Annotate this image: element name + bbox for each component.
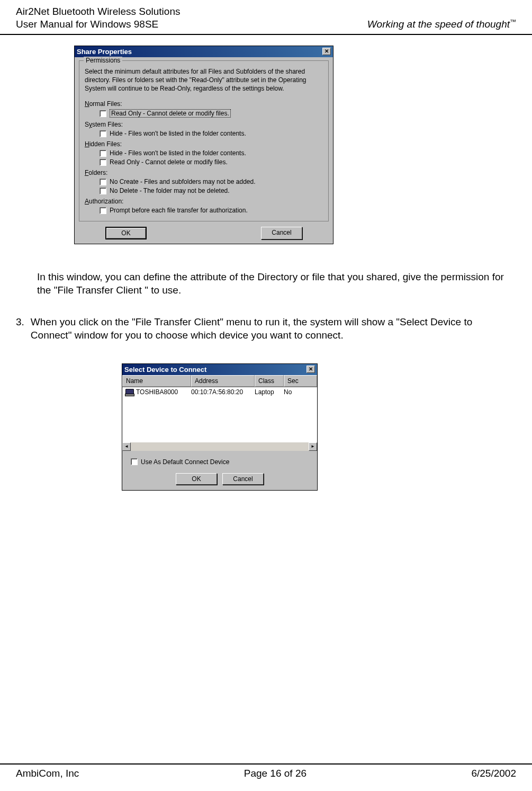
default-device-label: Use As Default Connect Device — [141, 458, 229, 466]
hidden-readonly-row: Read Only - Cannot delete or modify file… — [100, 158, 323, 166]
folders-nodelete-row: No Delete - The folder may not be delete… — [100, 187, 323, 194]
system-hide-row: Hide - Files won't be listed in the fold… — [100, 130, 323, 137]
system-hide-label: Hide - Files won't be listed in the fold… — [110, 130, 246, 137]
device-name: TOSHIBA8000 — [136, 388, 178, 396]
folders-nodelete-checkbox[interactable] — [100, 188, 106, 194]
col-sec[interactable]: Sec — [284, 375, 317, 387]
dialog-buttons: OK Cancel — [79, 227, 329, 239]
device-class: Laptop — [255, 388, 284, 396]
scroll-right-icon[interactable]: ► — [309, 442, 317, 451]
list-number: 3. — [16, 316, 24, 342]
default-device-row: Use As Default Connect Device — [131, 458, 312, 466]
auth-prompt-row: Prompt before each file transfer for aut… — [100, 207, 323, 214]
col-address[interactable]: Address — [191, 375, 255, 387]
footer-center: Page 16 of 26 — [244, 768, 306, 779]
dialog-body: Permissions Select the minimum default a… — [75, 57, 333, 244]
select-device-dialog: Select Device to Connect ✕ Name Address … — [122, 363, 318, 491]
device-list: Name Address Class Sec TOSHIBA8000 00:10… — [122, 375, 317, 451]
close-icon[interactable]: ✕ — [322, 48, 331, 55]
page-header: Air2Net Bluetooth Wireless Solutions Use… — [0, 0, 532, 35]
laptop-icon — [125, 389, 134, 395]
device-address: 00:10:7A:56:80:20 — [191, 388, 255, 396]
permissions-groupbox: Permissions Select the minimum default a… — [79, 60, 329, 222]
auth-prompt-checkbox[interactable] — [100, 207, 106, 214]
hidden-hide-checkbox[interactable] — [100, 150, 106, 157]
scroll-left-icon[interactable]: ◄ — [122, 442, 131, 451]
hidden-readonly-checkbox[interactable] — [100, 159, 106, 166]
paragraph-2-row: 3. When you click on the "File Transfer … — [16, 316, 516, 342]
dialog2-lower: Use As Default Connect Device OK Cancel — [122, 451, 317, 490]
close-icon[interactable]: ✕ — [306, 366, 315, 373]
folders-nodelete-label: No Delete - The folder may not be delete… — [110, 187, 230, 194]
cancel-button[interactable]: Cancel — [222, 473, 264, 485]
hidden-readonly-label: Read Only - Cannot delete or modify file… — [110, 158, 228, 166]
header-left: Air2Net Bluetooth Wireless Solutions Use… — [16, 5, 180, 31]
folders-nocreate-row: No Create - Files and subfolders may not… — [100, 178, 323, 185]
header-title-1: Air2Net Bluetooth Wireless Solutions — [16, 5, 180, 18]
system-files-label: System Files: — [85, 121, 323, 128]
share-properties-dialog: Share Properties ✕ Permissions Select th… — [74, 46, 333, 245]
dialog-titlebar: Share Properties ✕ — [75, 46, 333, 57]
ok-button[interactable]: OK — [105, 227, 147, 239]
page-footer: AmbiCom, Inc Page 16 of 26 6/25/2002 — [0, 763, 532, 779]
list-header: Name Address Class Sec — [122, 375, 317, 387]
device-sec: No — [284, 388, 317, 396]
col-class[interactable]: Class — [255, 375, 284, 387]
device-row[interactable]: TOSHIBA8000 00:10:7A:56:80:20 Laptop No — [122, 387, 317, 397]
normal-readonly-checkbox[interactable] — [100, 110, 106, 117]
ok-button[interactable]: OK — [176, 473, 217, 485]
authorization-label: Authorization: — [85, 198, 323, 205]
header-right: Working at the speed of thought™ — [367, 18, 516, 30]
normal-readonly-label: Read Only - Cannot delete or modify file… — [110, 109, 231, 118]
hidden-files-label: Hidden Files: — [85, 140, 323, 148]
header-title-2: User Manual for Windows 98SE — [16, 18, 180, 31]
dialog-title: Share Properties — [77, 48, 132, 56]
cancel-button[interactable]: Cancel — [261, 227, 302, 239]
paragraph-1: In this window, you can define the attri… — [37, 271, 516, 297]
default-device-checkbox[interactable] — [131, 458, 138, 465]
auth-prompt-label: Prompt before each file transfer for aut… — [110, 207, 248, 214]
dialog2-title: Select Device to Connect — [124, 366, 206, 374]
horizontal-scrollbar[interactable]: ◄ ► — [122, 442, 317, 451]
permissions-description: Select the minimum default attributes fo… — [85, 67, 323, 93]
folders-nocreate-label: No Create - Files and subfolders may not… — [110, 178, 255, 185]
footer-right: 6/25/2002 — [471, 768, 516, 779]
hidden-hide-label: Hide - Files won't be listed in the fold… — [110, 149, 246, 157]
normal-files-label: NNormal Files:ormal Files: — [85, 100, 323, 108]
system-hide-checkbox[interactable] — [100, 130, 106, 137]
page-content: Share Properties ✕ Permissions Select th… — [0, 35, 532, 491]
col-name[interactable]: Name — [122, 375, 191, 387]
hidden-hide-row: Hide - Files won't be listed in the fold… — [100, 149, 323, 157]
list-body: TOSHIBA8000 00:10:7A:56:80:20 Laptop No … — [122, 387, 317, 451]
folders-label: Folders: — [85, 169, 323, 176]
paragraph-2: When you click on the "File Transfer Cli… — [31, 316, 516, 342]
footer-left: AmbiCom, Inc — [16, 768, 79, 779]
dialog2-buttons: OK Cancel — [128, 473, 312, 485]
header-slogan: Working at the speed of thought — [367, 19, 510, 30]
folders-nocreate-checkbox[interactable] — [100, 179, 106, 185]
trademark-symbol: ™ — [510, 18, 516, 25]
normal-readonly-row: Read Only - Cannot delete or modify file… — [100, 109, 323, 118]
groupbox-label: Permissions — [84, 57, 122, 64]
dialog2-titlebar: Select Device to Connect ✕ — [122, 364, 317, 375]
